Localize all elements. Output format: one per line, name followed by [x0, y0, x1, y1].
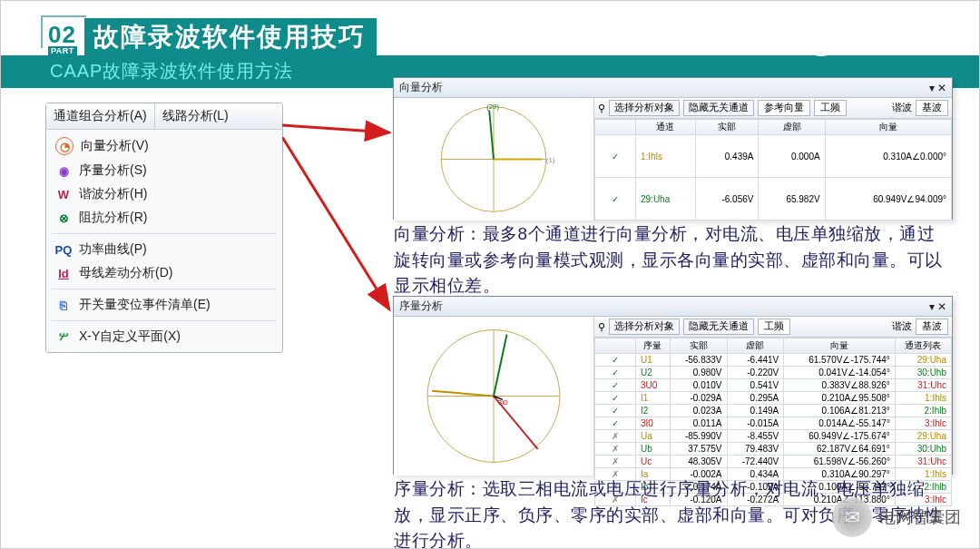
freq-combo[interactable]: 工频 [758, 319, 790, 335]
win2-toolbar: ⚲ 选择分析对象 隐藏无关通道 工频 谐波 基波 [594, 317, 952, 338]
svg-text:3I0: 3I0 [498, 398, 508, 407]
menu-item-label: 谐波分析(H) [79, 186, 147, 202]
win1-title: 向量分析 [399, 80, 443, 95]
tool-icon[interactable]: ⚲ [598, 103, 605, 113]
table-row[interactable]: ✓3I00.011A-0.015A0.014A∠-55.147°3:Ihlc [595, 417, 952, 430]
menu-item-label: 序量分析(S) [79, 162, 147, 179]
menu-item-pq[interactable]: PQ功率曲线(P) [46, 238, 282, 261]
sequence-plot: 3I0 [394, 317, 594, 475]
table-row[interactable]: ✗Ua-85.990V-8.455V60.949V∠-175.674°29:Uh… [595, 430, 952, 443]
svg-text:(1): (1) [546, 156, 555, 164]
tool-icon[interactable]: ⚲ [598, 321, 605, 332]
vec-icon: ◔ [55, 137, 74, 155]
svg-line-3 [282, 137, 389, 309]
brand-block: 国家电网 STATE GRID [798, 10, 952, 57]
menu-item-label: 功率曲线(P) [79, 241, 147, 258]
svg-line-2 [282, 125, 389, 132]
imp-icon: ⊗ [55, 210, 72, 226]
state-grid-logo [798, 10, 845, 57]
table-row[interactable]: ✓I1-0.029A0.295A0.210A∠95.508°1:Ihls [595, 392, 952, 405]
table-row[interactable]: ✓U20.980V-0.220V0.041V∠-14.054°30:Uhb [595, 367, 952, 379]
arrow-to-sequence [282, 137, 400, 319]
menu-item-label: X-Y自定义平面(X) [79, 328, 181, 345]
slide: 02 PART 故障录波软件使用技巧 CAAP故障录波软件使用方法 国家电网 S… [0, 0, 980, 549]
seq-icon: ◉ [55, 162, 72, 179]
vector-table: 通道实部虚部向量 ✓1:Ihls0.439A0.000A0.310A∠0.000… [594, 119, 952, 221]
tab-line-analysis[interactable]: 线路分析(L) [155, 103, 236, 129]
hide-channels-button[interactable]: 隐藏无关通道 [683, 100, 754, 116]
table-row[interactable]: ✓I20.023A0.149A0.106A∠81.213°2:Ihlb [595, 405, 952, 417]
win1-toolbar: ⚲ 选择分析对象 隐藏无关通道 参考向量 工频 谐波 基波 [594, 98, 952, 119]
harm-icon: W [55, 186, 72, 202]
page-subtitle: CAAP故障录波软件使用方法 [50, 59, 293, 83]
page-title: 故障录波软件使用技巧 [84, 18, 377, 58]
pick-target-button[interactable]: 选择分析对象 [609, 319, 680, 335]
menu-item-seq[interactable]: ◉序量分析(S) [46, 159, 282, 182]
id-icon: Id [55, 265, 72, 281]
win2-title: 序量分析 [399, 299, 443, 314]
win2-titlebar: 序量分析 ▾ ✕ [394, 297, 952, 317]
xy-icon: ሦ [55, 328, 72, 345]
table-row[interactable]: ✓3U00.010V0.541V0.383V∠88.926°31:Uhc [595, 379, 952, 392]
svg-text:(29): (29) [486, 103, 499, 111]
watermark: ✉ 电网智囊团 [832, 497, 961, 537]
watermark-text: 电网智囊团 [879, 506, 961, 528]
table-row[interactable]: ✗Ub37.575V79.483V62.187V∠64.691°30:Uhb [595, 443, 952, 456]
table-row[interactable]: ✗Uc48.305V-72.440V61.598V∠-56.260°31:Uhc [595, 456, 952, 468]
menu-item-vec[interactable]: ◔向量分析(V) [46, 133, 282, 159]
menu-item-id[interactable]: Id母线差动分析(D) [46, 261, 282, 285]
table-row[interactable]: ✓U1-56.833V-6.441V61.570V∠-175.744°29:Uh… [595, 354, 952, 367]
menu-item-sw[interactable]: ⎘开关量变位事件清单(E) [46, 293, 282, 317]
sw-icon: ⎘ [55, 297, 72, 313]
freq-combo[interactable]: 工频 [814, 100, 847, 116]
wechat-icon: ✉ [832, 497, 872, 537]
pick-target-button[interactable]: 选择分析对象 [609, 100, 680, 116]
harmonic-value[interactable]: 基波 [916, 319, 948, 335]
brand-en: STATE GRID [854, 42, 952, 55]
menu-item-harm[interactable]: W谐波分析(H) [46, 182, 282, 206]
part-number: 02 PART [46, 17, 79, 59]
menu-tabs: 通道组合分析(A) 线路分析(L) [46, 103, 282, 130]
ref-vector-field[interactable]: 参考向量 [758, 100, 810, 116]
menu-item-label: 母线差动分析(D) [79, 265, 172, 281]
table-row[interactable]: ✓1:Ihls0.439A0.000A0.310A∠0.000° [595, 135, 952, 178]
win1-titlebar: 向量分析 ▾ ✕ [394, 78, 952, 98]
harmonic-label: 谐波 [892, 102, 912, 114]
menu-item-label: 阻抗分析(R) [79, 210, 147, 226]
sequence-analysis-window: 序量分析 ▾ ✕ 3I0 ⚲ 选择分析对象 [393, 296, 953, 475]
vector-plot: (1) (29) [394, 98, 594, 221]
menu-item-imp[interactable]: ⊗阻抗分析(R) [46, 206, 282, 230]
svg-line-15 [494, 334, 507, 396]
menu-item-xy[interactable]: ሦX-Y自定义平面(X) [46, 325, 282, 348]
vector-analysis-window: 向量分析 ▾ ✕ (1) (29) ⚲ 选择分析对象 隐藏无关 [393, 77, 953, 220]
arrow-to-vector [282, 119, 400, 146]
menu-item-label: 开关量变位事件清单(E) [79, 297, 211, 313]
svg-line-14 [432, 391, 494, 397]
tab-channel-combo[interactable]: 通道组合分析(A) [46, 103, 155, 129]
svg-line-8 [489, 111, 494, 160]
analysis-menu: 通道组合分析(A) 线路分析(L) ◔向量分析(V)◉序量分析(S)W谐波分析(… [45, 103, 283, 353]
brand-cn: 国家电网 [854, 13, 952, 42]
close-icon[interactable]: ▾ ✕ [929, 82, 946, 94]
title-block: 02 PART 故障录波软件使用技巧 [46, 17, 377, 59]
menu-item-label: 向量分析(V) [81, 138, 149, 154]
hide-channels-button[interactable]: 隐藏无关通道 [683, 319, 754, 335]
vector-explain: 向量分析：最多8个通道进行向量分析，对电流、电压单独缩放，通过旋转向量或参考向量… [394, 221, 951, 299]
pq-icon: PQ [55, 241, 72, 258]
table-row[interactable]: ✓29:Uha-6.056V65.982V60.949V∠94.009° [595, 178, 952, 221]
harmonic-value[interactable]: 基波 [916, 100, 948, 116]
close-icon[interactable]: ▾ ✕ [929, 300, 946, 313]
harmonic-label: 谐波 [892, 320, 912, 333]
